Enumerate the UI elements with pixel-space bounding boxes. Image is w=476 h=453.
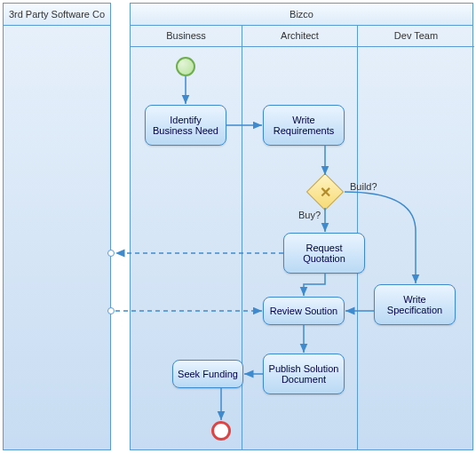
task-write-specification: Write Specification (374, 284, 456, 325)
pool-third-party: 3rd Party Software Co (3, 3, 111, 450)
task-identify-business-need: Identify Business Need (145, 105, 226, 146)
lane-header: Architect (242, 25, 357, 47)
end-event (211, 421, 231, 441)
bpmn-diagram: 3rd Party Software Co Bizco Business Arc… (0, 0, 476, 453)
task-review-solution: Review Soution (263, 297, 345, 325)
lane-header: Business (131, 25, 242, 47)
message-endpoint (107, 307, 115, 314)
pool-header: 3rd Party Software Co (4, 4, 110, 26)
task-publish-solution: Publish Solution Document (263, 354, 345, 394)
lane-devteam: Dev Team (358, 25, 474, 449)
gateway-buy-label: Buy? (298, 210, 321, 220)
lane-header: Dev Team (358, 25, 474, 47)
task-seek-funding: Seek Funding (172, 360, 243, 388)
task-request-quotation: Request Quotation (283, 233, 365, 274)
gateway-build-label: Build? (350, 181, 377, 192)
pool-header: Bizco (131, 4, 472, 26)
task-write-requirements: Write Requirements (263, 105, 345, 146)
message-endpoint (107, 250, 115, 257)
start-event (176, 57, 195, 76)
